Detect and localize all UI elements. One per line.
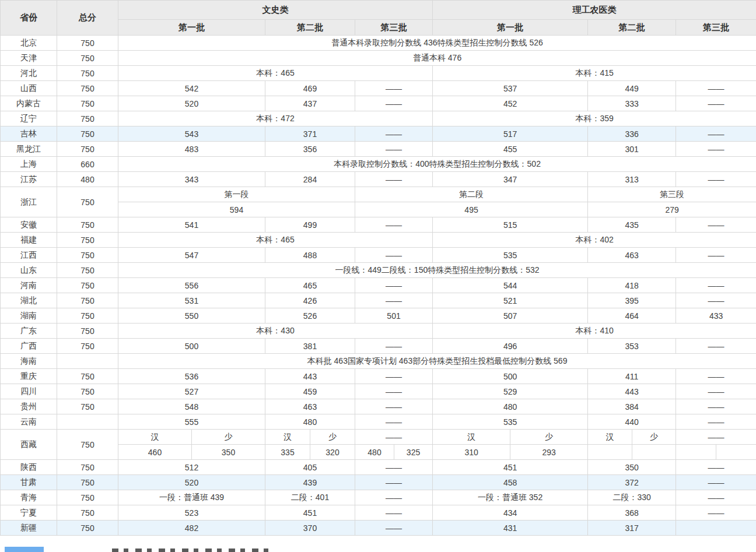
score-cell: 523 — [118, 505, 265, 521]
score-cell: 496 — [433, 339, 588, 354]
total-score-cell: 750 — [57, 521, 118, 536]
score-cell: 313 — [588, 172, 676, 187]
province-cell: 江西 — [1, 248, 57, 263]
score-cell: 543 — [118, 126, 265, 142]
table-row: 河北750本科：465本科：415 — [1, 66, 756, 81]
score-cell: 368 — [588, 505, 676, 521]
header-group-liberal-arts: 文史类 — [118, 1, 433, 20]
score-cell: —— — [676, 172, 756, 187]
total-score-cell: 750 — [57, 51, 118, 66]
score-cell: 本科录取控制分数线：400特殊类型招生控制分数线：502 — [118, 157, 756, 172]
score-cell: 433 — [676, 308, 756, 324]
score-cell: 279 — [588, 202, 756, 217]
score-cell: 第三段 — [588, 187, 756, 202]
score-cell: 少 — [632, 430, 676, 445]
province-cell: 海南 — [1, 354, 57, 369]
table-row: 四川750527459——529443—— — [1, 384, 756, 399]
score-cell: —— — [355, 126, 433, 142]
header-sci-batch1: 第一批 — [433, 20, 588, 36]
score-cell: —— — [676, 490, 756, 505]
score-cell: —— — [355, 81, 433, 96]
total-score-cell — [57, 354, 118, 369]
province-cell: 广东 — [1, 324, 57, 339]
score-cell: 426 — [265, 293, 355, 308]
score-cell: 451 — [433, 460, 588, 475]
score-cell: 455 — [433, 142, 588, 157]
header-la-batch1: 第一批 — [118, 20, 265, 36]
total-score-cell: 750 — [57, 324, 118, 339]
score-cell: 汉 — [118, 430, 192, 445]
total-score-cell: 750 — [57, 430, 118, 460]
score-cell: 395 — [588, 293, 676, 308]
score-cell: —— — [676, 475, 756, 490]
province-cell: 辽宁 — [1, 111, 57, 126]
header-la-batch2: 第二批 — [265, 20, 355, 36]
total-score-cell: 750 — [57, 278, 118, 293]
province-cell: 安徽 — [1, 217, 57, 233]
score-cell: 418 — [588, 278, 676, 293]
score-cell: 370 — [265, 521, 355, 536]
score-cell: 483 — [118, 142, 265, 157]
province-cell: 甘肃 — [1, 475, 57, 490]
province-cell: 江苏 — [1, 172, 57, 187]
score-cell: 500 — [118, 339, 265, 354]
score-cell: 333 — [588, 96, 676, 111]
total-score-cell: 750 — [57, 293, 118, 308]
score-cell: —— — [676, 278, 756, 293]
table-row: 辽宁750本科：472本科：359 — [1, 111, 756, 126]
score-cell: 第一段 — [118, 187, 355, 202]
score-cell: —— — [355, 369, 433, 384]
table-row: 重庆750536443——500411—— — [1, 369, 756, 384]
score-cell: —— — [676, 339, 756, 354]
score-cell: 二段：330 — [588, 490, 676, 505]
score-cell: 464 — [588, 308, 676, 324]
table-row: 天津750普通本科 476 — [1, 51, 756, 66]
score-cell: 343 — [118, 172, 265, 187]
score-cell: 520 — [118, 475, 265, 490]
score-cell: 452 — [433, 96, 588, 111]
table-row: 宁夏750523451——434368—— — [1, 505, 756, 521]
header-group-science: 理工农医类 — [433, 1, 756, 20]
score-cell: —— — [355, 96, 433, 111]
score-cell: 451 — [265, 505, 355, 521]
table-row: 甘肃750520439——458372—— — [1, 475, 756, 490]
score-cell: —— — [676, 293, 756, 308]
score-cell: —— — [355, 293, 433, 308]
table-row: 陕西750512405——451350—— — [1, 460, 756, 475]
score-cell — [588, 445, 632, 460]
total-score-cell: 750 — [57, 399, 118, 414]
score-cell: 500 — [433, 369, 588, 384]
province-cell: 山西 — [1, 81, 57, 96]
score-cell: 普通本科录取控制分数线 436特殊类型招生控制分数线 526 — [118, 36, 756, 51]
score-cell: 437 — [265, 96, 355, 111]
score-cell: 325 — [394, 445, 433, 460]
score-cell: 544 — [433, 278, 588, 293]
table-row: 广西750500381——496353—— — [1, 339, 756, 354]
total-score-cell: 750 — [57, 308, 118, 324]
score-cell: 本科：415 — [433, 66, 756, 81]
total-score-cell: 660 — [57, 157, 118, 172]
score-cell: 542 — [118, 81, 265, 96]
score-cell: 515 — [433, 217, 588, 233]
score-cell: 少 — [510, 430, 588, 445]
score-cell: —— — [355, 430, 433, 445]
province-cell: 上海 — [1, 157, 57, 172]
score-cell: 521 — [433, 293, 588, 308]
score-cell: —— — [355, 490, 433, 505]
score-cell: 310 — [433, 445, 510, 460]
score-cell: 汉 — [433, 430, 510, 445]
score-cell: —— — [355, 505, 433, 521]
score-cell: 550 — [118, 308, 265, 324]
table-row: 内蒙古750520437——452333—— — [1, 96, 756, 111]
province-cell: 黑龙江 — [1, 142, 57, 157]
table-row: 山东750一段线：449二段线：150特殊类型招生控制分数线：532 — [1, 263, 756, 278]
total-score-cell: 750 — [57, 369, 118, 384]
score-cell — [632, 445, 676, 460]
total-score-cell — [57, 414, 118, 430]
score-cell: 541 — [118, 217, 265, 233]
score-cell: 一段线：449二段线：150特殊类型招生控制分数线：532 — [118, 263, 756, 278]
table-row: 江苏480343284——347313—— — [1, 172, 756, 187]
total-score-cell: 750 — [57, 263, 118, 278]
score-cell: 531 — [118, 293, 265, 308]
score-cell: 537 — [433, 81, 588, 96]
